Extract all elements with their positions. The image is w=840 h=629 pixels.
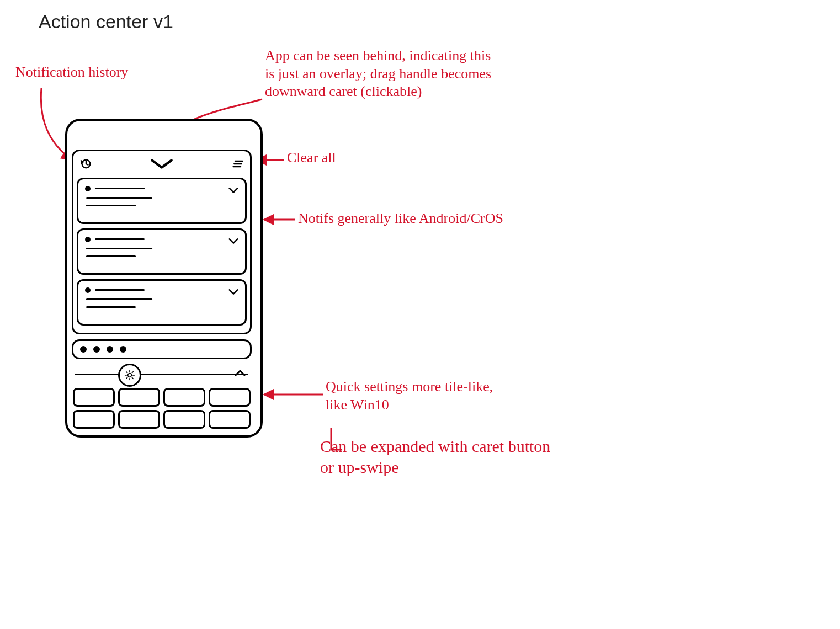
history-button[interactable]: [79, 157, 92, 170]
notification-card[interactable]: [77, 178, 247, 224]
notif-text-placeholder: [86, 197, 152, 199]
anno-expandable: Can be expanded with caret button or up-…: [320, 436, 550, 477]
svg-line-7: [132, 377, 133, 379]
notif-text-placeholder: [86, 298, 152, 300]
notif-title-placeholder: [95, 238, 145, 240]
page-title: Action center v1: [39, 11, 173, 33]
svg-line-8: [126, 377, 127, 379]
pager-dot[interactable]: [93, 346, 100, 353]
notif-text-placeholder: [86, 306, 136, 308]
brightness-icon: [124, 370, 135, 381]
quick-tile[interactable]: [163, 388, 205, 407]
chevron-down-icon: [145, 158, 178, 170]
notification-shade: [72, 150, 252, 334]
shade-header: [77, 154, 247, 173]
anno-quick-settings: Quick settings more tile-like, like Win1…: [326, 378, 493, 414]
quick-tile[interactable]: [118, 410, 160, 429]
expand-quick-settings-caret[interactable]: [232, 366, 248, 380]
quick-tile[interactable]: [118, 388, 160, 407]
pager-dot[interactable]: [107, 346, 113, 353]
quick-tile[interactable]: [73, 388, 115, 407]
quick-tile[interactable]: [163, 410, 205, 429]
notif-text-placeholder: [86, 255, 136, 257]
pager-dot[interactable]: [120, 346, 126, 353]
anno-notifs: Notifs generally like Android/CrOS: [298, 210, 503, 228]
app-icon-placeholder: [85, 186, 91, 191]
quick-settings-grid: [73, 388, 251, 429]
expand-notif-chevron[interactable]: [228, 236, 238, 247]
svg-point-1: [128, 374, 132, 377]
clear-all-button[interactable]: [231, 157, 244, 170]
svg-line-6: [126, 372, 127, 373]
chevron-down-icon: [228, 289, 238, 295]
notif-title-placeholder: [95, 188, 145, 189]
pager-dot[interactable]: [80, 346, 87, 353]
title-underline: [11, 39, 243, 39]
notif-title-placeholder: [95, 289, 145, 291]
slider-track: [75, 374, 248, 375]
notification-card[interactable]: [77, 279, 247, 326]
notif-text-placeholder: [86, 205, 136, 206]
notification-card[interactable]: [77, 228, 247, 275]
expand-notif-chevron[interactable]: [228, 286, 238, 298]
quick-tile[interactable]: [209, 410, 251, 429]
drag-handle-caret[interactable]: [92, 158, 231, 170]
pagination-dots[interactable]: [72, 339, 252, 359]
brightness-slider[interactable]: [75, 366, 248, 382]
anno-history: Notification history: [15, 63, 128, 82]
anno-overlay: App can be seen behind, indicating this …: [265, 47, 491, 101]
app-icon-placeholder: [85, 287, 91, 293]
quick-tile[interactable]: [209, 388, 251, 407]
chevron-down-icon: [228, 187, 238, 194]
slider-thumb[interactable]: [118, 364, 141, 387]
quick-tile[interactable]: [73, 410, 115, 429]
expand-notif-chevron[interactable]: [228, 185, 238, 196]
app-icon-placeholder: [85, 237, 91, 242]
svg-line-9: [132, 372, 133, 373]
history-icon: [79, 158, 92, 170]
phone-mock: [65, 119, 258, 433]
chevron-down-icon: [228, 238, 238, 244]
chevron-up-icon: [235, 369, 246, 377]
clear-all-icon: [231, 158, 244, 169]
anno-clear-all: Clear all: [287, 149, 336, 167]
notif-text-placeholder: [86, 248, 152, 249]
